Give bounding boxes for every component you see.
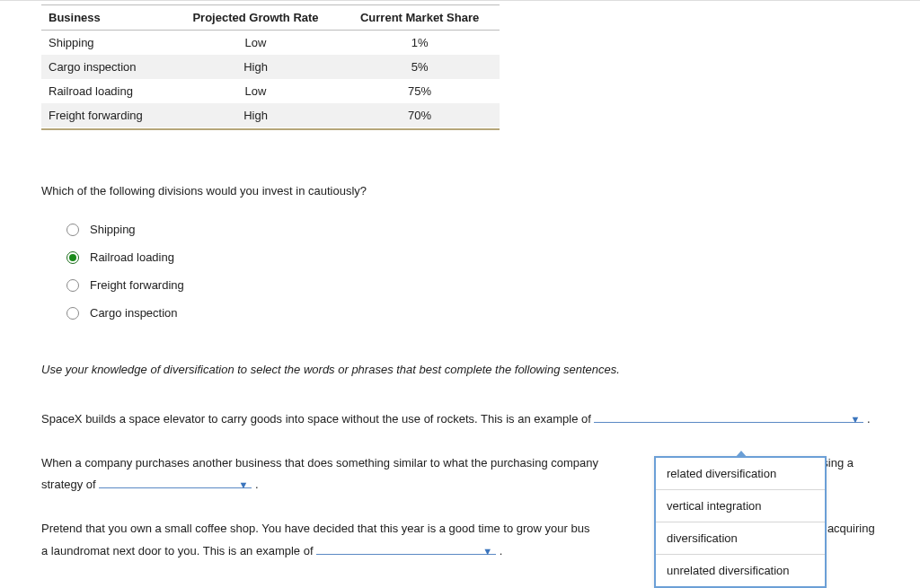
radio-group: Shipping Railroad loading Freight forwar… bbox=[41, 223, 879, 320]
table-row: Freight forwarding High 70% bbox=[41, 103, 500, 127]
option-label: Freight forwarding bbox=[90, 278, 184, 292]
cell-business: Freight forwarding bbox=[41, 103, 172, 127]
radio-icon[interactable] bbox=[66, 307, 79, 320]
business-table: Business Projected Growth Rate Current M… bbox=[41, 4, 500, 127]
dropdown-blank-1[interactable]: ▼ bbox=[594, 410, 863, 423]
sentence-text: SpaceX builds a space elevator to carry … bbox=[41, 412, 594, 426]
table-row: Shipping Low 1% bbox=[41, 31, 500, 56]
table-bottom-border bbox=[41, 127, 500, 130]
cell-rate: Low bbox=[172, 79, 340, 103]
sentence-text: . bbox=[255, 478, 259, 491]
cell-rate: High bbox=[172, 103, 340, 127]
option-shipping[interactable]: Shipping bbox=[66, 223, 879, 236]
col-growth: Projected Growth Rate bbox=[172, 5, 340, 31]
option-railroad-loading[interactable]: Railroad loading bbox=[66, 250, 879, 264]
cell-business: Shipping bbox=[41, 31, 172, 56]
cell-share: 1% bbox=[340, 31, 500, 56]
cell-rate: High bbox=[172, 55, 340, 79]
cell-business: Railroad loading bbox=[41, 79, 172, 103]
dropdown-item-unrelated-diversification[interactable]: unrelated diversification bbox=[656, 555, 825, 586]
sentence-text: . bbox=[867, 412, 871, 426]
cell-share: 5% bbox=[340, 55, 500, 79]
instruction-text: Use your knowledge of diversification to… bbox=[41, 363, 879, 376]
sentence-text: Pretend that you own a small coffee shop… bbox=[41, 522, 589, 535]
col-share: Current Market Share bbox=[340, 5, 500, 31]
question-prompt: Which of the following divisions would y… bbox=[41, 184, 879, 197]
radio-icon[interactable] bbox=[66, 279, 79, 292]
option-freight-forwarding[interactable]: Freight forwarding bbox=[66, 278, 879, 292]
table-row: Cargo inspection High 5% bbox=[41, 55, 500, 79]
radio-icon[interactable] bbox=[66, 224, 79, 236]
caret-down-icon: ▼ bbox=[851, 410, 861, 429]
option-cargo-inspection[interactable]: Cargo inspection bbox=[66, 306, 879, 320]
option-label: Cargo inspection bbox=[90, 306, 178, 320]
dropdown-item-vertical-integration[interactable]: vertical integration bbox=[656, 490, 825, 522]
dropdown-blank-3[interactable]: ▼ bbox=[316, 542, 496, 555]
dropdown-item-diversification[interactable]: diversification bbox=[656, 522, 825, 555]
caret-down-icon: ▼ bbox=[482, 542, 492, 561]
sentence-text: When a company purchases another busines… bbox=[41, 456, 598, 470]
cell-share: 70% bbox=[340, 103, 500, 127]
option-label: Shipping bbox=[90, 223, 136, 236]
caret-down-icon: ▼ bbox=[238, 476, 248, 495]
cell-share: 75% bbox=[340, 79, 500, 103]
table-row: Railroad loading Low 75% bbox=[41, 79, 500, 103]
col-business: Business bbox=[41, 5, 172, 31]
sentence-text: . bbox=[500, 544, 503, 557]
table-header-row: Business Projected Growth Rate Current M… bbox=[41, 5, 500, 31]
dropdown-blank-2[interactable]: ▼ bbox=[99, 476, 252, 488]
cell-business: Cargo inspection bbox=[41, 55, 172, 79]
dropdown-menu: related diversification vertical integra… bbox=[654, 456, 827, 588]
cell-rate: Low bbox=[172, 31, 340, 56]
radio-icon[interactable] bbox=[66, 251, 79, 264]
option-label: Railroad loading bbox=[90, 250, 174, 264]
sentence-1: SpaceX builds a space elevator to carry … bbox=[41, 408, 879, 431]
dropdown-item-related-diversification[interactable]: related diversification bbox=[656, 458, 825, 490]
